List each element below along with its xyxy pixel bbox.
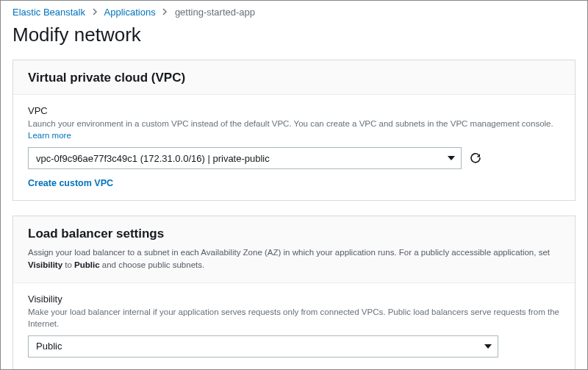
vpc-field-desc: Launch your environment in a custom VPC … — [28, 118, 560, 141]
learn-more-link[interactable]: Learn more — [28, 131, 71, 140]
breadcrumb-current: getting-started-app — [175, 7, 255, 18]
vpc-card-header: Virtual private cloud (VPC) — [13, 60, 575, 95]
breadcrumb: Elastic Beanstalk Applications getting-s… — [1, 1, 587, 21]
breadcrumb-link-eb[interactable]: Elastic Beanstalk — [12, 7, 85, 18]
refresh-icon — [469, 152, 482, 165]
visibility-label: Visibility — [28, 293, 560, 305]
vpc-card: Virtual private cloud (VPC) VPC Launch y… — [12, 60, 576, 201]
load-balancer-card: Load balancer settings Assign your load … — [12, 216, 576, 370]
vpc-field-label: VPC — [28, 105, 560, 116]
refresh-button[interactable] — [469, 152, 482, 165]
visibility-select[interactable]: Public — [28, 335, 498, 357]
chevron-down-icon — [484, 344, 492, 349]
page-title: Modify network — [1, 21, 587, 60]
create-custom-vpc-link[interactable]: Create custom VPC — [28, 178, 113, 188]
visibility-select-value: Public — [36, 341, 62, 352]
vpc-select[interactable]: vpc-0f9c96ae77f3c49c1 (172.31.0.0/16) | … — [28, 147, 462, 169]
chevron-down-icon — [448, 156, 455, 160]
lb-card-desc: Assign your load balancer to a subnet in… — [13, 242, 575, 283]
chevron-right-icon — [162, 7, 168, 18]
chevron-right-icon — [93, 7, 98, 18]
visibility-desc: Make your load balancer internal if your… — [28, 306, 560, 330]
breadcrumb-link-apps[interactable]: Applications — [104, 7, 156, 18]
vpc-select-value: vpc-0f9c96ae77f3c49c1 (172.31.0.0/16) | … — [36, 153, 270, 164]
